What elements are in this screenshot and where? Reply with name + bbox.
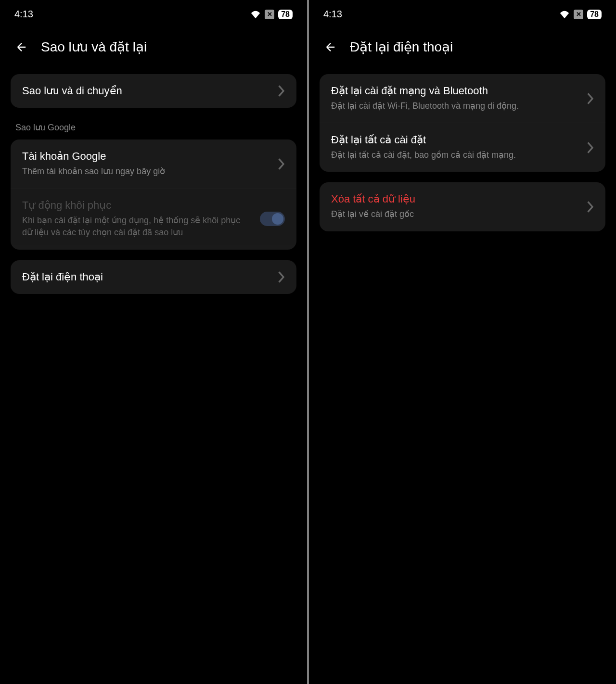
reset-phone-item[interactable]: Đặt lại điện thoại bbox=[11, 260, 296, 294]
backup-move-group: Sao lưu và di chuyển bbox=[11, 74, 296, 108]
signal-x-icon: ✕ bbox=[574, 10, 583, 19]
reset-phone-group: Đặt lại điện thoại bbox=[11, 260, 296, 294]
reset-all-settings-item[interactable]: Đặt lại tất cả cài đặt Đặt lại tất cả cà… bbox=[320, 123, 605, 172]
reset-options-group: Đặt lại cài đặt mạng và Bluetooth Đặt lạ… bbox=[320, 74, 605, 172]
auto-restore-toggle[interactable] bbox=[260, 212, 285, 226]
item-subtitle: Đặt lại cài đặt Wi-Fi, Bluetooth và mạng… bbox=[331, 100, 580, 112]
erase-all-data-item[interactable]: Xóa tất cả dữ liệu Đặt lại về cài đặt gố… bbox=[320, 182, 605, 231]
item-subtitle: Đặt lại tất cả cài đặt, bao gồm cả cài đ… bbox=[331, 149, 580, 161]
auto-restore-item[interactable]: Tự động khôi phục Khi bạn cài đặt lại mộ… bbox=[11, 188, 296, 249]
wifi-icon bbox=[559, 10, 570, 19]
google-backup-section-label: Sao lưu Google bbox=[11, 122, 296, 133]
chevron-right-icon bbox=[587, 201, 594, 213]
page-title: Sao lưu và đặt lại bbox=[41, 39, 147, 55]
status-time: 4:13 bbox=[323, 9, 342, 20]
battery-badge: 78 bbox=[587, 10, 602, 19]
chevron-right-icon bbox=[278, 158, 285, 170]
erase-all-group: Xóa tất cả dữ liệu Đặt lại về cài đặt gố… bbox=[320, 182, 605, 231]
status-bar: 4:13 ✕ 78 bbox=[309, 0, 616, 25]
item-title: Đặt lại cài đặt mạng và Bluetooth bbox=[331, 85, 580, 97]
backup-move-item[interactable]: Sao lưu và di chuyển bbox=[11, 74, 296, 108]
google-backup-group: Tài khoản Google Thêm tài khoản sao lưu … bbox=[11, 139, 296, 250]
chevron-right-icon bbox=[278, 85, 285, 97]
item-title: Xóa tất cả dữ liệu bbox=[331, 193, 580, 205]
reset-network-item[interactable]: Đặt lại cài đặt mạng và Bluetooth Đặt lạ… bbox=[320, 74, 605, 123]
page-title: Đặt lại điện thoại bbox=[350, 39, 453, 55]
item-subtitle: Đặt lại về cài đặt gốc bbox=[331, 208, 580, 220]
item-title: Sao lưu và di chuyển bbox=[22, 85, 271, 97]
signal-x-icon: ✕ bbox=[265, 10, 274, 19]
status-time: 4:13 bbox=[14, 9, 33, 20]
wifi-icon bbox=[250, 10, 261, 19]
left-phone-screen: 4:13 ✕ 78 Sao lưu và đặt lại Sao lưu và … bbox=[0, 0, 307, 684]
status-icons: ✕ 78 bbox=[559, 10, 602, 19]
item-title: Tài khoản Google bbox=[22, 150, 271, 163]
google-account-item[interactable]: Tài khoản Google Thêm tài khoản sao lưu … bbox=[11, 139, 296, 188]
content-area: Đặt lại cài đặt mạng và Bluetooth Đặt lạ… bbox=[309, 64, 616, 241]
chevron-right-icon bbox=[278, 271, 285, 283]
content-area: Sao lưu và di chuyển Sao lưu Google Tài … bbox=[0, 64, 307, 304]
toggle-knob bbox=[272, 213, 283, 225]
right-phone-screen: 4:13 ✕ 78 Đặt lại điện thoại Đặt lại cài… bbox=[309, 0, 616, 684]
status-icons: ✕ 78 bbox=[250, 10, 293, 19]
item-subtitle: Khi bạn cài đặt lại một ứng dụng, hệ thố… bbox=[22, 215, 253, 239]
item-title: Đặt lại điện thoại bbox=[22, 271, 271, 283]
back-button[interactable] bbox=[14, 40, 29, 54]
chevron-right-icon bbox=[587, 93, 594, 104]
item-title: Đặt lại tất cả cài đặt bbox=[331, 134, 580, 146]
chevron-right-icon bbox=[587, 142, 594, 153]
header: Đặt lại điện thoại bbox=[309, 25, 616, 64]
item-title: Tự động khôi phục bbox=[22, 199, 253, 212]
battery-badge: 78 bbox=[278, 10, 293, 19]
back-button[interactable] bbox=[323, 40, 338, 54]
status-bar: 4:13 ✕ 78 bbox=[0, 0, 307, 25]
item-subtitle: Thêm tài khoản sao lưu ngay bây giờ bbox=[22, 165, 271, 177]
header: Sao lưu và đặt lại bbox=[0, 25, 307, 64]
